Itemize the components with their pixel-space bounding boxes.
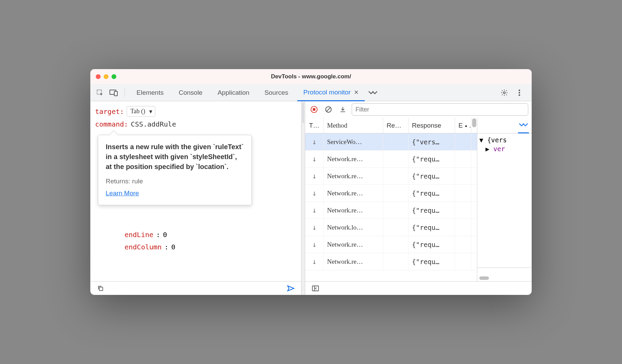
table-header: T… Method Re… Response E▲. [305, 118, 477, 133]
main-tabstrip: Elements Console Application Sources Pro… [90, 84, 532, 101]
table-row[interactable]: ↓Network.lo…{"requ… [305, 219, 477, 236]
clear-icon[interactable] [323, 104, 334, 115]
copy-icon[interactable] [95, 283, 106, 294]
scrollbar-thumb[interactable] [472, 118, 476, 127]
cell-elapsed [455, 185, 471, 202]
more-panels-icon[interactable] [518, 118, 529, 133]
cell-response: {"requ… [409, 236, 455, 253]
table-row[interactable]: ↓Network.re…{"requ… [305, 253, 477, 270]
tab-application[interactable]: Application [211, 84, 256, 101]
record-stop-icon[interactable] [309, 104, 320, 115]
col-elapsed[interactable]: E▲. [455, 118, 471, 133]
cell-method: Network.lo… [324, 219, 383, 236]
events-table: T… Method Re… Response E▲. ↓ServiceWo…{"… [305, 118, 477, 281]
col-method[interactable]: Method [324, 118, 383, 133]
cell-elapsed [455, 151, 471, 167]
command-label: command: [95, 120, 128, 128]
cell-method: Network.re… [324, 253, 383, 270]
devtools-window: DevTools - www.google.com/ Elements Cons… [90, 69, 532, 295]
cell-elapsed [455, 219, 471, 236]
cell-method: Network.re… [324, 151, 383, 167]
svg-point-3 [503, 92, 505, 94]
device-toolbar-icon[interactable] [108, 87, 119, 98]
window-title: DevTools - www.google.com/ [90, 73, 532, 80]
cell-method: ServiceWo… [324, 133, 383, 150]
toggle-sidebar-icon[interactable] [310, 283, 321, 294]
more-tabs-icon[interactable] [367, 87, 378, 98]
disclosure-triangle-icon[interactable]: ▼ [479, 136, 487, 144]
cell-response: {"requ… [409, 185, 455, 202]
direction-icon: ↓ [305, 185, 324, 202]
download-icon[interactable] [337, 104, 348, 115]
tooltip-description: Inserts a new rule with the given `ruleT… [106, 142, 244, 172]
param-block: endLine : 0 endColumn : 0 [125, 231, 175, 255]
svg-point-4 [519, 89, 520, 91]
tab-protocol-monitor[interactable]: Protocol monitor × [297, 84, 365, 101]
filter-input[interactable] [352, 103, 528, 116]
close-window-button[interactable] [96, 74, 101, 79]
cell-request [383, 151, 409, 167]
tab-sources[interactable]: Sources [258, 84, 295, 101]
cell-response: {"vers… [409, 133, 455, 150]
svg-rect-2 [114, 91, 117, 96]
cell-request [383, 133, 409, 150]
details-tree[interactable]: ▼ {vers ▶ ver [477, 133, 532, 268]
scrollbar-thumb[interactable] [479, 276, 489, 280]
direction-icon: ↓ [305, 219, 324, 236]
window-controls [96, 74, 116, 79]
direction-icon: ↓ [305, 151, 324, 167]
learn-more-link[interactable]: Learn More [106, 190, 139, 197]
table-row[interactable]: ↓Network.re…{"requ… [305, 202, 477, 219]
cell-request [383, 219, 409, 236]
command-editor-pane: target: Tab () command: CSS.addRule Inse… [90, 101, 301, 295]
command-value[interactable]: CSS.addRule [131, 120, 176, 128]
tab-elements[interactable]: Elements [130, 84, 170, 101]
table-row[interactable]: ↓Network.re…{"requ… [305, 151, 477, 168]
minimize-window-button[interactable] [104, 74, 108, 79]
cell-elapsed [455, 202, 471, 219]
maximize-window-button[interactable] [112, 74, 116, 79]
svg-line-11 [326, 107, 331, 112]
cell-response: {"requ… [409, 168, 455, 184]
col-response[interactable]: Response [409, 118, 455, 133]
direction-icon: ↓ [305, 236, 324, 253]
cell-request [383, 253, 409, 270]
table-row[interactable]: ↓ServiceWo…{"vers… [305, 133, 477, 151]
cell-elapsed [455, 133, 471, 150]
target-label: target: [95, 107, 124, 116]
send-icon[interactable] [285, 283, 296, 294]
cell-request [383, 168, 409, 184]
cell-response: {"requ… [409, 202, 455, 219]
cell-response: {"requ… [409, 253, 455, 270]
tooltip-returns: Returns: rule [106, 177, 244, 186]
settings-gear-icon[interactable] [499, 87, 510, 98]
protocol-monitor-pane: T… Method Re… Response E▲. ↓ServiceWo…{"… [305, 101, 532, 295]
inspect-element-icon[interactable] [94, 87, 105, 98]
direction-icon: ↓ [305, 133, 324, 150]
cell-method: Network.re… [324, 202, 383, 219]
cell-response: {"requ… [409, 219, 455, 236]
monitor-toolbar [305, 101, 532, 118]
table-row[interactable]: ↓Network.re…{"requ… [305, 185, 477, 202]
close-tab-icon[interactable]: × [354, 88, 359, 97]
table-row[interactable]: ↓Network.re…{"requ… [305, 236, 477, 253]
target-select[interactable]: Tab () [127, 106, 155, 117]
cell-request [383, 236, 409, 253]
cell-response: {"requ… [409, 151, 455, 167]
cell-elapsed [455, 253, 471, 270]
direction-icon: ↓ [305, 253, 324, 270]
svg-rect-9 [313, 108, 315, 110]
kebab-menu-icon[interactable] [514, 87, 525, 98]
tab-console[interactable]: Console [172, 84, 209, 101]
direction-icon: ↓ [305, 168, 324, 184]
disclosure-triangle-icon[interactable]: ▶ [485, 145, 493, 153]
col-request[interactable]: Re… [383, 118, 409, 133]
cell-elapsed [455, 236, 471, 253]
splitter[interactable] [301, 101, 305, 295]
table-row[interactable]: ↓Network.re…{"requ… [305, 168, 477, 185]
cell-method: Network.re… [324, 168, 383, 184]
svg-point-6 [519, 94, 520, 96]
svg-point-5 [519, 92, 520, 93]
col-type[interactable]: T… [305, 118, 324, 133]
cell-request [383, 202, 409, 219]
